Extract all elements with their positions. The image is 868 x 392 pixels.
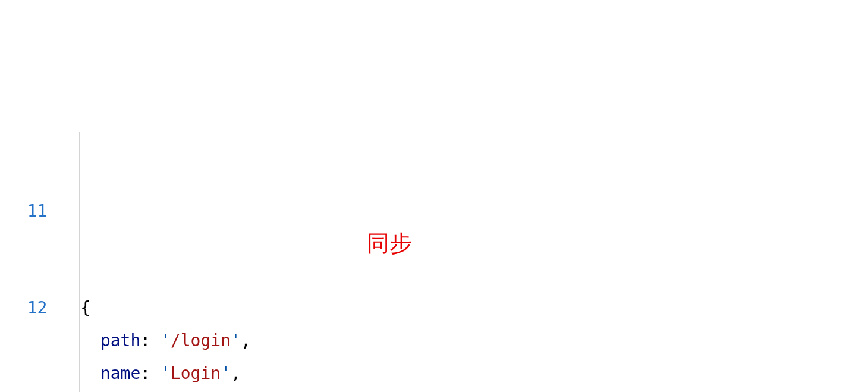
property-key: name	[100, 363, 140, 383]
string-literal: /login	[171, 331, 231, 350]
code-line[interactable]: name: 'Login',	[60, 357, 868, 390]
code-line[interactable]: component: Login	[60, 390, 868, 392]
line-number-gutter: 11 12 13 14 15 16 17 18 19 20 21 22	[0, 130, 58, 392]
line-number: 13	[7, 390, 47, 392]
property-key: path	[100, 331, 140, 350]
code-line[interactable]: {	[60, 292, 868, 325]
string-literal: Login	[171, 363, 221, 383]
code-editor[interactable]: 11 12 13 14 15 16 17 18 19 20 21 22 { pa…	[0, 130, 868, 392]
code-area[interactable]: { path: '/login', name: 'Login', compone…	[58, 130, 868, 392]
code-line[interactable]: path: '/login',	[60, 325, 868, 357]
annotation-async: 异步	[367, 384, 412, 392]
annotation-sync: 同步	[367, 221, 412, 265]
line-number: 12	[7, 292, 47, 325]
open-brace: {	[80, 298, 90, 318]
indent-guide	[79, 132, 80, 392]
line-number: 11	[7, 195, 47, 228]
